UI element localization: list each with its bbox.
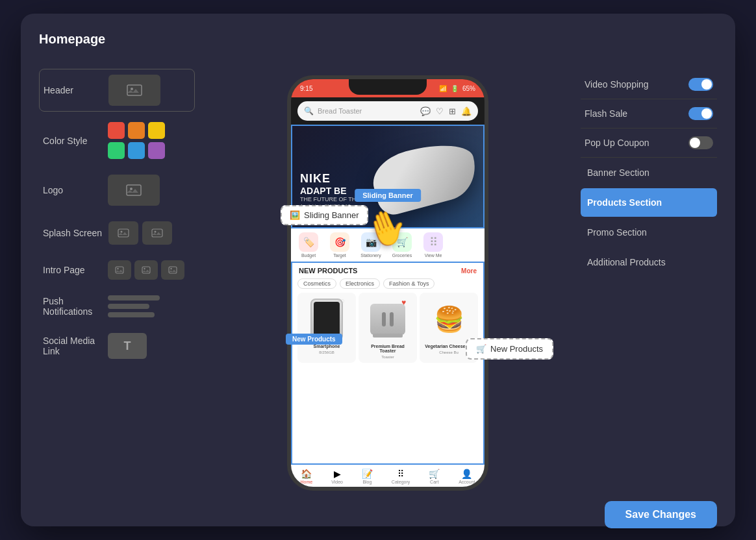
product-name-toaster: Premium Bread Toaster (362, 344, 413, 353)
cart-icon: 🛒 (429, 469, 440, 479)
product-grid: ♡ Smartphone 8/256GB (292, 293, 483, 363)
heart-icon-nav: ♡ (436, 106, 444, 116)
logo-image-placeholder[interactable] (108, 175, 160, 206)
social-text-box[interactable]: T (108, 333, 147, 359)
cat-budget: 🏷️ Budget (296, 232, 321, 258)
svg-point-13 (170, 268, 171, 269)
nav-promo-section[interactable]: Promo Section (581, 218, 717, 247)
sliding-banner-tooltip: 🖼️ Sliding Banner (281, 205, 368, 225)
bnav-blog[interactable]: 📝 Blog (362, 469, 373, 484)
video-shopping-toggle[interactable] (688, 78, 713, 91)
cat-stationery-label: Stationery (360, 253, 381, 258)
color-swatch-blue[interactable] (128, 142, 145, 159)
phone-time: 9:15 (300, 85, 312, 92)
header-image-placeholder[interactable] (108, 75, 160, 106)
intro-img-3[interactable] (161, 260, 184, 280)
splash-img-1[interactable] (108, 221, 138, 245)
popup-coupon-label: Pop Up Coupon (585, 138, 649, 148)
bnav-video-label: Video (331, 480, 343, 484)
intro-img-2[interactable] (134, 260, 158, 280)
product-sub-smartphone: 8/256GB (319, 350, 334, 354)
intro-img-1[interactable] (108, 260, 131, 280)
color-swatch-green[interactable] (108, 142, 125, 159)
social-label: Social MediaLink (43, 336, 101, 356)
heart-smartphone[interactable]: ♡ (338, 298, 345, 307)
filter-cosmetics[interactable]: Cosmetics (297, 278, 336, 289)
main-content: Header Color Style Logo (39, 69, 717, 491)
splash-img-2[interactable] (142, 221, 172, 245)
new-products-tooltip: 🛒 New Products (466, 338, 553, 360)
popup-coupon-toggle[interactable] (688, 136, 713, 149)
flash-sale-toggle[interactable] (688, 107, 713, 120)
phone-products-section: NEW PRODUCTS More Cosmetics Electronics … (291, 262, 485, 465)
bnav-home[interactable]: 🏠 Home (300, 469, 312, 484)
bnav-category[interactable]: ⠿ Category (392, 469, 410, 484)
nav-banner-section[interactable]: Banner Section (581, 158, 717, 187)
bnav-video[interactable]: ▶ Video (331, 469, 343, 484)
tooltip-icon: 🖼️ (290, 210, 300, 220)
svg-point-5 (121, 231, 123, 233)
new-products-tooltip-label: New Products (490, 344, 543, 354)
cat-target-label: Target (333, 253, 346, 258)
svg-rect-10 (142, 267, 150, 273)
new-products-badge: New Products (286, 334, 342, 345)
product-sub-toaster: Toaster (381, 355, 394, 359)
toaster-slot-1 (382, 312, 386, 326)
svg-point-9 (117, 268, 118, 269)
flash-sale-label: Flash Sale (585, 108, 627, 119)
cat-budget-icon: 🏷️ (299, 232, 318, 252)
additional-products-label: Additional Products (587, 257, 666, 267)
section-social: Social MediaLink T (39, 328, 195, 364)
nav-products-section[interactable]: Products Section (581, 188, 717, 217)
product-card-toaster: ♥ Premium Bread Toaster Toaster (359, 293, 417, 363)
home-icon: 🏠 (301, 469, 312, 479)
phone-notch (349, 79, 427, 95)
promo-section-label: Promo Section (587, 227, 647, 238)
save-changes-button[interactable]: Save Changes (605, 501, 717, 528)
bnav-account[interactable]: 👤 Account (459, 469, 475, 484)
notif-lines (108, 295, 160, 317)
cat-groceries-label: Groceries (392, 253, 412, 258)
bnav-cart[interactable]: 🛒 Cart (429, 469, 440, 484)
product-sub-burger: Cheese Bu (439, 350, 459, 354)
filter-electronics[interactable]: Electronics (340, 278, 380, 289)
svg-point-3 (130, 188, 132, 190)
color-swatch-yellow[interactable] (148, 122, 165, 139)
section-color-style: Color Style (39, 117, 195, 164)
center-panel: 🖼️ Sliding Banner 🛒 New Products Sliding… (208, 69, 568, 491)
svg-rect-12 (169, 267, 177, 273)
phone-frame: 9:15 📶 🔋 65% 🔍 Bread Toaster 💬 (287, 75, 488, 491)
category-icon: ⠿ (397, 469, 404, 479)
bell-icon: 🔔 (461, 106, 472, 116)
color-swatch-red[interactable] (108, 122, 125, 139)
chat-icon: 💬 (420, 106, 431, 116)
push-label: PushNotifications (43, 296, 101, 317)
sliding-banner-tooltip-label: Sliding Banner (304, 210, 359, 220)
notif-line-3 (108, 312, 155, 317)
burger-shape: 🍔 (431, 302, 467, 336)
section-push: PushNotifications (39, 290, 195, 323)
toggle-knob-popup (690, 138, 700, 148)
filter-fashion[interactable]: Fashion & Toys (383, 278, 435, 289)
section-logo: Logo (39, 169, 195, 211)
shoe-shape (367, 135, 483, 218)
battery-icon: 🔋 (451, 85, 459, 92)
battery-pct: 65% (462, 85, 475, 92)
cat-target-icon: 🎯 (330, 232, 349, 252)
svg-point-11 (144, 268, 145, 269)
phone-action-icons: 💬 ♡ ⊞ 🔔 (420, 106, 472, 116)
video-shopping-label: Video Shopping (585, 79, 649, 90)
cat-more: ⠿ View Me (421, 232, 446, 258)
products-header: NEW PRODUCTS More (292, 263, 483, 278)
burger-img-area: 🍔 (429, 297, 468, 342)
heart-toaster[interactable]: ♥ (401, 298, 406, 307)
header-label: Header (44, 85, 102, 95)
nav-additional-products[interactable]: Additional Products (581, 248, 717, 276)
toaster-base (373, 334, 403, 338)
more-link[interactable]: More (461, 267, 477, 275)
color-grid (108, 122, 165, 159)
phone-search-bar[interactable]: 🔍 Bread Toaster 💬 ♡ ⊞ 🔔 (297, 101, 478, 121)
color-swatch-orange[interactable] (128, 122, 145, 139)
color-swatch-purple[interactable] (148, 142, 165, 159)
toggle-popup-coupon: Pop Up Coupon (581, 129, 717, 158)
